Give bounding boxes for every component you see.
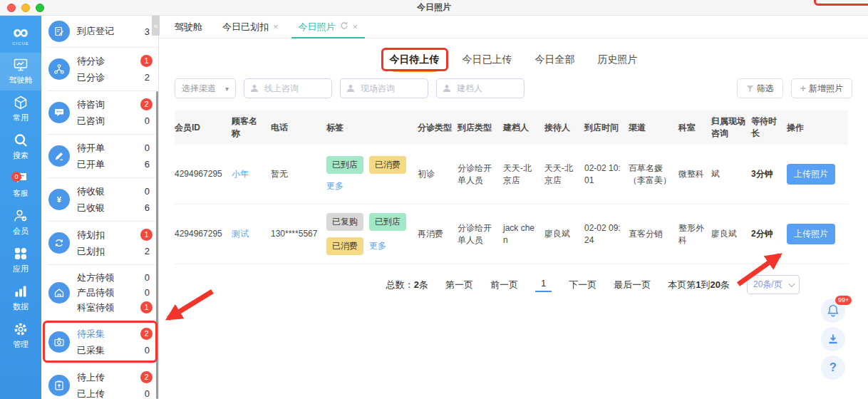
sidebar-group-triage: 待分诊 1 已分诊 2	[47, 47, 158, 90]
sidebar-item-deducted[interactable]: 已划扣 2	[77, 243, 153, 259]
nav-label: 客服	[13, 188, 29, 199]
tag-arrived: 已到店	[326, 156, 363, 174]
prev-page-button[interactable]: 前一页	[490, 279, 518, 291]
tab-today-photos[interactable]: 今日照片 ×	[289, 16, 368, 38]
window-title: 今日照片	[0, 1, 868, 14]
funnel-icon	[746, 85, 754, 93]
subtab-today-pending-upload[interactable]: 今日待上传	[390, 53, 440, 72]
triage-type: 再消费	[418, 228, 458, 240]
maximize-window-button[interactable]	[36, 4, 44, 12]
current-page[interactable]: 1	[535, 278, 552, 292]
department: 微整科	[678, 168, 711, 180]
tab-label: 今日照片	[299, 21, 336, 33]
sidebar-item-triaged[interactable]: 已分诊 2	[77, 69, 153, 86]
download-icon	[827, 333, 839, 346]
tab-dashboard[interactable]: 驾驶舱	[165, 16, 212, 38]
page-size-select[interactable]: 20条/页	[747, 275, 800, 294]
floating-toolbar: 99+ ?	[821, 299, 845, 380]
pen-icon	[48, 145, 70, 167]
person-icon	[346, 84, 355, 93]
close-tab-icon[interactable]: ×	[353, 21, 358, 32]
subtab-today-uploaded[interactable]: 今日已上传	[463, 53, 512, 72]
logo-infinity-icon: ∞	[12, 21, 29, 43]
nav-item-member[interactable]: 会员	[0, 204, 41, 242]
sidebar-item-ordered[interactable]: 已开单 6	[77, 156, 153, 172]
subtab-history[interactable]: 历史照片	[598, 53, 638, 72]
nav-item-admin[interactable]: 管理	[0, 317, 41, 355]
nav-item-common[interactable]: 常用	[0, 90, 41, 128]
active-subtab-underline	[393, 70, 437, 72]
sidebar-item-rx-pickup[interactable]: 处方待领 0	[77, 270, 153, 285]
person-icon	[443, 84, 451, 93]
tag-list: 已到店 已消费 更多	[326, 156, 418, 192]
count: 0	[145, 388, 150, 399]
count: 3	[145, 26, 150, 37]
sidebar-item-pending-triage[interactable]: 待分诊 1	[77, 53, 153, 69]
download-button[interactable]	[821, 327, 845, 351]
nav-item-service[interactable]: 0 客服	[0, 166, 41, 204]
refresh-icon[interactable]	[340, 21, 348, 32]
sidebar-item-consulted[interactable]: 已咨询 0	[77, 113, 153, 129]
nav-item-dashboard[interactable]: 驾驶舱	[0, 53, 41, 90]
sidebar-item-product-pickup[interactable]: 产品待领 0	[77, 285, 153, 300]
count-badge: 1	[140, 55, 153, 67]
next-page-button[interactable]: 下一页	[569, 279, 596, 291]
sidebar-group-deduct: 待划扣 1 已划扣 2	[47, 221, 158, 264]
sidebar-item-uploaded[interactable]: 已上传 0	[77, 385, 153, 399]
customer-name-link[interactable]: 测试	[232, 229, 249, 239]
minimize-window-button[interactable]	[21, 4, 30, 12]
upload-photo-button[interactable]: 上传照片	[787, 164, 835, 185]
workflow-sidebar: 到店登记 3 待分诊 1 已分诊 2	[41, 16, 159, 399]
phone: 130****5567	[271, 228, 326, 240]
onsite-consultant: 廖良斌	[711, 228, 751, 240]
sidebar-item-pending-deduct[interactable]: 待划扣 1	[77, 227, 153, 243]
arrival-type: 分诊给开单人员	[458, 162, 503, 187]
pagination: 总数：2条 第一页 前一页 1 下一页 最后一页 本页第1到20条 20条/页	[159, 275, 868, 294]
sidebar-item-arrival-register[interactable]: 到店登记 3	[77, 24, 153, 40]
subtab-today-all[interactable]: 今日全部	[535, 53, 575, 72]
nav-item-apps[interactable]: 应用	[0, 242, 41, 279]
phone: 暂无	[271, 168, 326, 180]
filter-button[interactable]: 筛选	[737, 78, 783, 98]
service-badge: 0	[11, 172, 21, 182]
sidebar-scrollbar[interactable]	[156, 91, 158, 399]
sidebar-item-pending-capture[interactable]: 待采集 2	[77, 326, 153, 342]
member-person-icon	[13, 208, 29, 224]
close-tab-icon[interactable]: ×	[273, 21, 279, 32]
sidebar-item-pending-cashier[interactable]: 待收银 0	[77, 183, 153, 200]
collapse-sidebar-button[interactable]: «	[152, 16, 160, 36]
sidebar-item-pending-upload[interactable]: 待上传 2	[77, 369, 153, 385]
more-tags-link[interactable]: 更多	[369, 240, 386, 252]
arrival-type: 分诊给开单人员	[458, 222, 503, 247]
count: 0	[145, 186, 150, 197]
sidebar-item-pending-consult[interactable]: 待咨询 2	[77, 96, 153, 113]
count-badge: 2	[140, 371, 153, 383]
plus-icon: +	[800, 83, 806, 94]
sidebar-item-dept-pickup[interactable]: 科室待领 1	[77, 300, 153, 315]
first-page-button[interactable]: 第一页	[445, 279, 473, 291]
notifications-button[interactable]: 99+	[821, 299, 845, 323]
channel: 百草名媛（李富美）	[629, 162, 678, 187]
online-consult-field	[244, 78, 332, 98]
upload-photo-button[interactable]: 上传照片	[787, 224, 835, 244]
customer-name-link[interactable]: 小年	[232, 169, 249, 179]
window-controls	[7, 4, 44, 12]
add-photo-button[interactable]: + 新增照片	[791, 78, 852, 98]
help-button[interactable]: ?	[821, 356, 845, 380]
tab-today-deducted[interactable]: 今日已划扣 ×	[212, 16, 289, 38]
sidebar-item-pending-order[interactable]: 待开单 0	[77, 140, 153, 156]
sidebar-item-cashiered[interactable]: 已收银 6	[77, 200, 153, 216]
page-range: 本页第1到20条	[668, 279, 730, 291]
sidebar-item-captured[interactable]: 已采集 0	[77, 342, 153, 358]
close-window-button[interactable]	[7, 4, 16, 12]
app-grid-icon	[13, 246, 29, 261]
nav-item-data[interactable]: 数据	[0, 279, 41, 317]
last-page-button[interactable]: 最后一页	[614, 279, 651, 291]
creator: jack chen	[503, 222, 544, 247]
count-badge: 1	[140, 301, 153, 314]
channel-select[interactable]: 选择渠道 ▾	[175, 78, 236, 98]
active-tab-underline	[291, 37, 366, 38]
more-tags-link[interactable]: 更多	[326, 180, 343, 192]
tab-label: 今日已划扣	[222, 21, 269, 33]
nav-item-search[interactable]: 搜索	[0, 128, 41, 166]
